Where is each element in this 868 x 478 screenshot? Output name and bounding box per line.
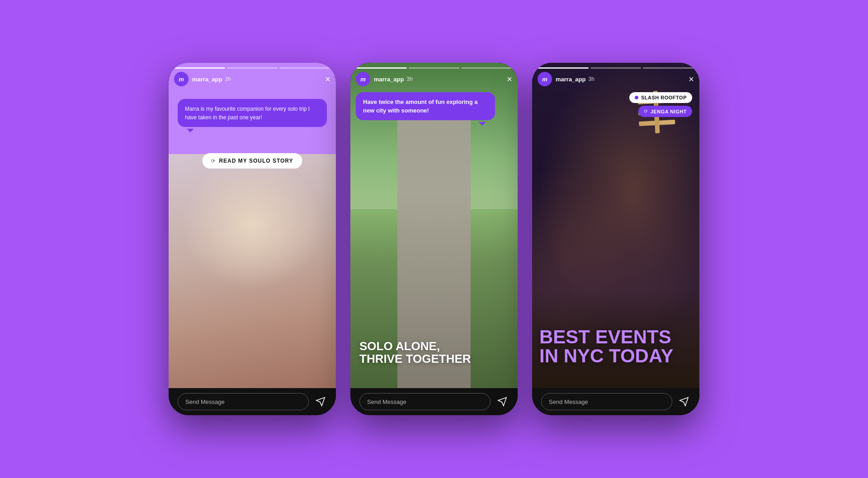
send-icon-2[interactable] (496, 395, 509, 408)
send-message-text-1: Send Message (185, 398, 225, 405)
event-tag-text: JENGA NIGHT (651, 109, 687, 114)
phone2-tagline: SOLO ALONE, THRIVE TOGETHER (359, 340, 509, 366)
send-message-text-2: Send Message (367, 398, 406, 405)
phone-1: m marra_app 3h × Marra is my favourite c… (169, 63, 336, 415)
phone-3: m marra_app 3h × SLASH ROOFTOP ⟳ JENGA N… (532, 63, 699, 415)
avatar-3: m (538, 72, 552, 86)
send-message-text-3: Send Message (549, 398, 588, 405)
read-story-button[interactable]: ⟳ READ MY SOULO STORY (202, 153, 302, 169)
location-tag-text: SLASH ROOFTOP (641, 95, 687, 100)
progress-bars-2 (356, 67, 512, 69)
location-dot-icon (635, 96, 638, 99)
progress-1 (174, 67, 225, 69)
time-2: 3h (406, 76, 412, 82)
phone-1-screen: m marra_app 3h × Marra is my favourite c… (169, 63, 336, 388)
close-button-3[interactable]: × (689, 74, 694, 84)
send-message-input-1[interactable]: Send Message (178, 393, 309, 410)
headline-line1: BEST EVENTS (539, 328, 692, 347)
progress-2-2 (409, 67, 460, 69)
phone-1-bottom: Send Message (169, 388, 336, 415)
send-icon-3[interactable] (678, 395, 690, 408)
progress-3 (279, 67, 330, 69)
avatar-logo-3: m (542, 76, 547, 83)
progress-2-3 (461, 67, 512, 69)
phone-2-screen: m marra_app 3h × Have twice the amount o… (350, 63, 518, 388)
svg-marker-1 (498, 398, 506, 406)
phone3-headline: BEST EVENTS IN NYC TODAY (539, 328, 692, 366)
username-2: marra_app (374, 76, 404, 83)
story-header-1: m marra_app 3h × (174, 72, 330, 86)
avatar-2: m (356, 72, 370, 86)
speech-bubble-2-text: Have twice the amount of fun exploring a… (363, 98, 478, 114)
progress-2 (227, 67, 278, 69)
progress-2-1 (356, 67, 407, 69)
phone-3-bottom: Send Message (532, 388, 699, 415)
speech-bubble-2: Have twice the amount of fun exploring a… (356, 92, 495, 120)
speech-bubble-1: Marra is my favourite companion for ever… (178, 99, 327, 127)
phone-2: m marra_app 3h × Have twice the amount o… (350, 63, 518, 415)
send-icon-1[interactable] (314, 395, 327, 408)
username-3: marra_app (556, 76, 585, 83)
tagline-line1: SOLO ALONE, (359, 340, 509, 353)
progress-bars (174, 67, 330, 69)
avatar-logo-2: m (360, 76, 366, 83)
time-3: 3h (588, 76, 594, 82)
svg-marker-0 (316, 398, 325, 406)
event-tag[interactable]: ⟳ JENGA NIGHT (638, 106, 692, 117)
phone1-photo (169, 154, 336, 388)
phone-3-screen: m marra_app 3h × SLASH ROOFTOP ⟳ JENGA N… (532, 63, 699, 388)
speech-bubble-1-text: Marra is my favourite companion for ever… (185, 106, 310, 121)
location-tag[interactable]: SLASH ROOFTOP (629, 92, 692, 103)
username-1: marra_app (192, 76, 222, 83)
progress-3-1 (538, 67, 589, 69)
close-button-1[interactable]: × (325, 74, 330, 84)
cta-text: READ MY SOULO STORY (219, 158, 293, 164)
send-message-input-3[interactable]: Send Message (541, 393, 672, 410)
svg-marker-2 (680, 398, 688, 406)
progress-bars-3 (538, 67, 694, 69)
avatar-logo-1: m (179, 76, 184, 83)
avatar-1: m (174, 72, 189, 86)
send-message-input-2[interactable]: Send Message (359, 393, 491, 410)
progress-3-3 (643, 67, 694, 69)
story-header-2: m marra_app 3h × (356, 72, 512, 86)
tagline-line2: THRIVE TOGETHER (359, 352, 509, 366)
phone-2-bottom: Send Message (350, 388, 518, 415)
link-icon: ⟳ (211, 158, 215, 164)
time-1: 3h (225, 76, 231, 82)
progress-3-2 (590, 67, 642, 69)
refresh-icon: ⟳ (644, 108, 648, 114)
close-button-2[interactable]: × (507, 74, 512, 84)
headline-line2: IN NYC TODAY (539, 347, 692, 366)
story-header-3: m marra_app 3h × (538, 72, 694, 86)
